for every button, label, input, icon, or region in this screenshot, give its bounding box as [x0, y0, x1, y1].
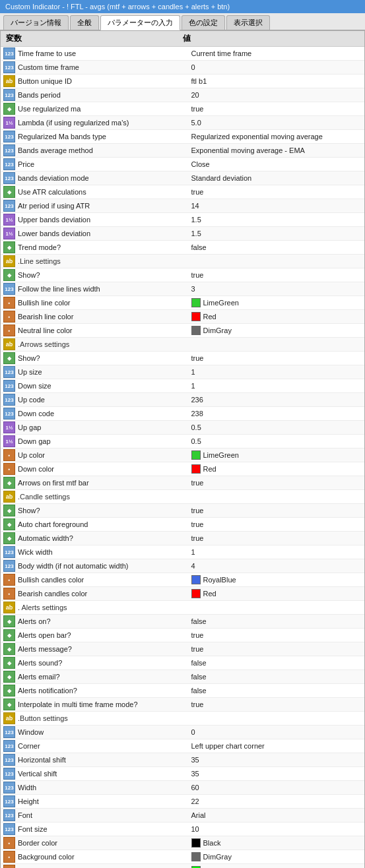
param-value-3[interactable]: 20 — [191, 91, 362, 99]
param-row-45[interactable]: ◆Alerts email?false — [1, 670, 364, 684]
param-row-46[interactable]: ◆Alerts notification?false — [1, 684, 364, 698]
param-row-24[interactable]: 123Down size1 — [1, 379, 364, 393]
param-value-31[interactable]: true — [191, 479, 362, 487]
param-value-57[interactable]: Black — [191, 838, 362, 848]
param-value-43[interactable]: true — [191, 645, 362, 653]
param-value-38[interactable]: RoyalBlue — [191, 575, 362, 584]
param-row-33[interactable]: ◆Show?true — [1, 504, 364, 518]
param-value-28[interactable]: 0.5 — [191, 437, 362, 445]
param-row-47[interactable]: ◆Interpolate in multi time frame mode?tr… — [1, 698, 364, 712]
param-value-5[interactable]: 5.0 — [191, 119, 362, 127]
param-row-38[interactable]: ▪Bullish candles colorRoyalBlue — [1, 573, 364, 587]
tab-0[interactable]: バージョン情報 — [3, 15, 69, 30]
param-row-0[interactable]: 123Time frame to useCurrent time frame — [1, 47, 364, 61]
param-row-48[interactable]: ab.Button settings — [1, 712, 364, 726]
param-row-3[interactable]: 123Bands period20 — [1, 88, 364, 102]
param-row-5[interactable]: 1½Lambda (if using regularized ma's)5.0 — [1, 116, 364, 130]
param-value-18[interactable]: LimeGreen — [191, 298, 362, 307]
param-row-28[interactable]: 1½Down gap0.5 — [1, 435, 364, 449]
param-row-1[interactable]: 123Custom time frame0 — [1, 61, 364, 75]
param-row-26[interactable]: 123Down code238 — [1, 407, 364, 421]
param-row-40[interactable]: ab. Alerts settings — [1, 601, 364, 615]
param-value-41[interactable]: false — [191, 617, 362, 625]
param-row-41[interactable]: ◆Alerts on?false — [1, 615, 364, 629]
param-row-44[interactable]: ◆Alerts sound?false — [1, 656, 364, 670]
param-value-33[interactable]: true — [191, 507, 362, 514]
param-value-25[interactable]: 236 — [191, 396, 362, 404]
param-row-6[interactable]: 123Regularized Ma bands typeRegularized … — [1, 130, 364, 144]
param-value-51[interactable]: 35 — [191, 756, 362, 764]
param-value-7[interactable]: Exponential moving average - EMA — [191, 146, 362, 154]
param-row-51[interactable]: 123Horizontal shift35 — [1, 753, 364, 767]
param-row-43[interactable]: ◆Alerts message?true — [1, 642, 364, 656]
param-row-52[interactable]: 123Vertical shift35 — [1, 767, 364, 781]
param-value-16[interactable]: true — [191, 271, 362, 279]
param-row-34[interactable]: ◆Auto chart foregroundtrue — [1, 518, 364, 532]
param-row-30[interactable]: ▪Down colorRed — [1, 462, 364, 476]
param-row-15[interactable]: ab.Line settings — [1, 255, 364, 268]
param-row-12[interactable]: 1½Upper bands deviation1.5 — [1, 213, 364, 227]
param-row-58[interactable]: ▪Background colorDimGray — [1, 850, 364, 864]
param-value-27[interactable]: 0.5 — [191, 423, 362, 431]
param-value-17[interactable]: 3 — [191, 285, 362, 293]
param-value-8[interactable]: Close — [191, 160, 362, 168]
param-value-1[interactable]: 0 — [191, 63, 362, 71]
param-value-46[interactable]: false — [191, 687, 362, 695]
param-row-39[interactable]: ▪Bearish candles colorRed — [1, 587, 364, 601]
param-value-24[interactable]: 1 — [191, 382, 362, 390]
param-value-53[interactable]: 60 — [191, 784, 362, 791]
param-value-49[interactable]: 0 — [191, 728, 362, 736]
param-value-6[interactable]: Regularized exponential moving average — [191, 133, 362, 140]
tab-2[interactable]: パラメーターの入力 — [100, 15, 180, 30]
param-value-45[interactable]: false — [191, 673, 362, 681]
param-value-22[interactable]: true — [191, 354, 362, 362]
param-row-10[interactable]: ◆Use ATR calculationstrue — [1, 185, 364, 199]
param-row-4[interactable]: ◆Use regularized matrue — [1, 102, 364, 116]
param-row-27[interactable]: 1½Up gap0.5 — [1, 421, 364, 435]
param-row-59[interactable]: ▪Text colorLime — [1, 864, 364, 868]
param-row-11[interactable]: 123Atr period if using ATR14 — [1, 199, 364, 213]
param-row-55[interactable]: 123FontArial — [1, 809, 364, 822]
param-value-44[interactable]: false — [191, 659, 362, 667]
tab-3[interactable]: 色の設定 — [182, 15, 225, 30]
param-row-9[interactable]: 123bands deviation modeStandard deviatio… — [1, 171, 364, 185]
param-row-31[interactable]: ◆Arrows on first mtf bartrue — [1, 476, 364, 490]
param-row-16[interactable]: ◆Show?true — [1, 268, 364, 282]
param-row-14[interactable]: ◆Trend mode?false — [1, 241, 364, 255]
param-value-4[interactable]: true — [191, 105, 362, 113]
param-value-50[interactable]: Left upper chart corner — [191, 742, 362, 750]
param-value-26[interactable]: 238 — [191, 410, 362, 418]
param-row-42[interactable]: ◆Alerts open bar?true — [1, 629, 364, 642]
param-row-20[interactable]: ▪Neutral line colorDimGray — [1, 324, 364, 338]
param-row-36[interactable]: 123Wick width1 — [1, 545, 364, 559]
param-row-54[interactable]: 123Height22 — [1, 795, 364, 809]
param-row-53[interactable]: 123Width60 — [1, 781, 364, 795]
param-row-25[interactable]: 123Up code236 — [1, 393, 364, 407]
param-value-54[interactable]: 22 — [191, 797, 362, 805]
param-value-36[interactable]: 1 — [191, 548, 362, 556]
param-value-30[interactable]: Red — [191, 464, 362, 474]
param-value-10[interactable]: true — [191, 188, 362, 196]
param-row-32[interactable]: ab.Candle settings — [1, 490, 364, 504]
param-value-12[interactable]: 1.5 — [191, 216, 362, 224]
param-value-14[interactable]: false — [191, 243, 362, 251]
param-value-11[interactable]: 14 — [191, 202, 362, 210]
param-value-55[interactable]: Arial — [191, 811, 362, 819]
param-row-50[interactable]: 123CornerLeft upper chart corner — [1, 739, 364, 753]
param-value-13[interactable]: 1.5 — [191, 230, 362, 237]
param-value-2[interactable]: ftl b1 — [191, 77, 362, 85]
param-value-0[interactable]: Current time frame — [191, 49, 362, 57]
param-value-42[interactable]: true — [191, 631, 362, 639]
param-value-9[interactable]: Standard deviation — [191, 174, 362, 182]
param-row-37[interactable]: 123Body width (if not automatic width)4 — [1, 559, 364, 573]
param-row-22[interactable]: ◆Show?true — [1, 352, 364, 365]
param-row-7[interactable]: 123Bands average methodExponential movin… — [1, 144, 364, 158]
param-value-35[interactable]: true — [191, 534, 362, 542]
param-row-18[interactable]: ▪Bullish line colorLimeGreen — [1, 296, 364, 310]
param-value-29[interactable]: LimeGreen — [191, 450, 362, 460]
param-row-56[interactable]: 123Font size10 — [1, 822, 364, 836]
param-value-39[interactable]: Red — [191, 589, 362, 598]
param-value-23[interactable]: 1 — [191, 368, 362, 376]
param-value-52[interactable]: 35 — [191, 770, 362, 778]
param-value-56[interactable]: 10 — [191, 825, 362, 833]
